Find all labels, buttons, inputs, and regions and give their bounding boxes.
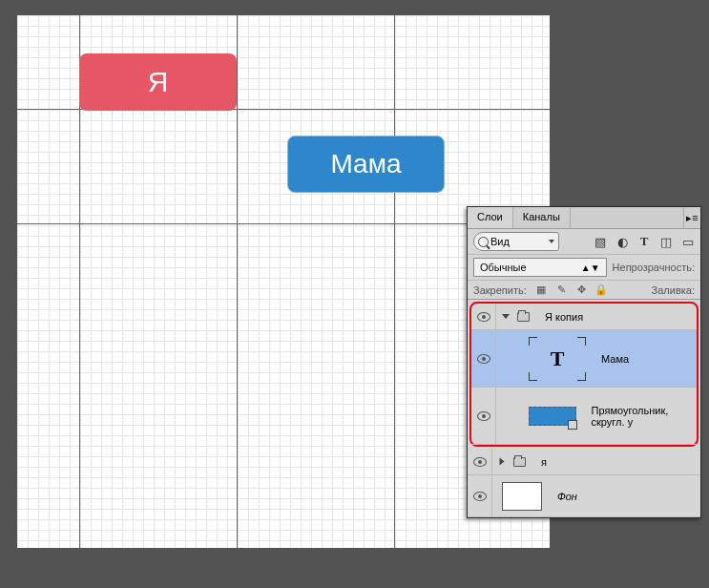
filter-pixel-icon[interactable]: ▧ <box>594 235 607 248</box>
layer-name: я <box>541 456 547 468</box>
chevron-down-icon <box>549 240 554 243</box>
shape-layer-row[interactable]: Прямоугольник, скругл. у <box>471 388 697 445</box>
blend-mode-select[interactable]: Обычные ▲▼ <box>473 258 607 277</box>
filter-smart-icon[interactable]: ▭ <box>681 235 695 248</box>
filter-row: Вид ▧ ◐ T ◫ ▭ <box>468 229 700 255</box>
lock-all-icon[interactable]: 🔒 <box>595 284 608 296</box>
text-layer-row[interactable]: T Мама <box>471 330 697 388</box>
chevron-updown-icon: ▲▼ <box>581 262 600 273</box>
layers-panel: Слои Каналы ▸≡ Вид ▧ ◐ T ◫ ▭ Обычные ▲▼ … <box>467 206 701 518</box>
lock-pixels-icon[interactable]: ✎ <box>555 284 568 296</box>
shape-layer-thumbnail <box>529 407 576 426</box>
visibility-toggle[interactable] <box>468 449 492 474</box>
tab-layers[interactable]: Слои <box>468 207 513 228</box>
shape-blue[interactable]: Мама <box>287 136 445 193</box>
tab-channels[interactable]: Каналы <box>513 207 571 228</box>
filter-adjust-icon[interactable]: ◐ <box>615 235 629 248</box>
eye-icon <box>477 411 490 421</box>
fill-label: Заливка: <box>652 284 695 296</box>
panel-tabs: Слои Каналы ▸≡ <box>468 207 700 229</box>
visibility-toggle[interactable] <box>468 475 492 516</box>
folder-icon <box>513 457 526 467</box>
layer-filter-dropdown[interactable]: Вид <box>473 232 559 251</box>
guide-v <box>394 15 395 548</box>
shape-red-text: Я <box>148 66 169 98</box>
visibility-toggle[interactable] <box>471 304 496 329</box>
shape-blue-text: Мама <box>330 149 401 179</box>
panel-menu-icon[interactable]: ▸≡ <box>683 207 700 228</box>
eye-icon <box>473 457 487 467</box>
guide-v <box>237 15 238 548</box>
layer-name: Мама <box>601 353 629 365</box>
layer-name: Я копия <box>545 311 583 323</box>
highlighted-layers-group: Я копия T Мама Прямоугольник, скругл. у <box>469 302 699 447</box>
disclosure-triangle-icon[interactable] <box>500 458 505 466</box>
layer-group-row[interactable]: Я копия <box>471 304 697 330</box>
text-layer-thumbnail: T <box>529 337 586 381</box>
folder-icon <box>517 312 530 322</box>
disclosure-triangle-icon[interactable] <box>502 314 510 319</box>
eye-icon <box>477 354 490 364</box>
text-layer-glyph-icon: T <box>551 346 565 371</box>
opacity-label: Непрозрачность: <box>613 262 695 273</box>
layer-name: Фон <box>557 491 577 502</box>
visibility-toggle[interactable] <box>471 388 496 444</box>
layer-group-row[interactable]: я <box>468 449 700 475</box>
filter-icons: ▧ ◐ T ◫ ▭ <box>594 235 695 248</box>
background-layer-row[interactable]: Фон <box>468 475 700 517</box>
filter-shape-icon[interactable]: ◫ <box>659 235 673 248</box>
search-icon <box>478 237 489 247</box>
blend-mode-value: Обычные <box>480 262 527 273</box>
filter-label: Вид <box>490 236 510 247</box>
lock-position-icon[interactable]: ✥ <box>575 284 588 296</box>
filter-text-icon[interactable]: T <box>637 235 651 248</box>
background-thumbnail <box>502 482 542 511</box>
visibility-toggle[interactable] <box>471 330 496 387</box>
eye-icon <box>477 312 490 322</box>
other-layers: я Фон <box>468 449 700 517</box>
shape-red[interactable]: Я <box>79 53 237 111</box>
lock-transparency-icon[interactable]: ▦ <box>535 284 548 296</box>
layer-name: Прямоугольник, скругл. у <box>592 405 691 428</box>
lock-label: Закрепить: <box>473 284 527 296</box>
lock-row: Закрепить: ▦ ✎ ✥ 🔒 Заливка: <box>468 281 700 300</box>
eye-icon <box>473 492 487 501</box>
blend-row: Обычные ▲▼ Непрозрачность: <box>468 255 700 281</box>
